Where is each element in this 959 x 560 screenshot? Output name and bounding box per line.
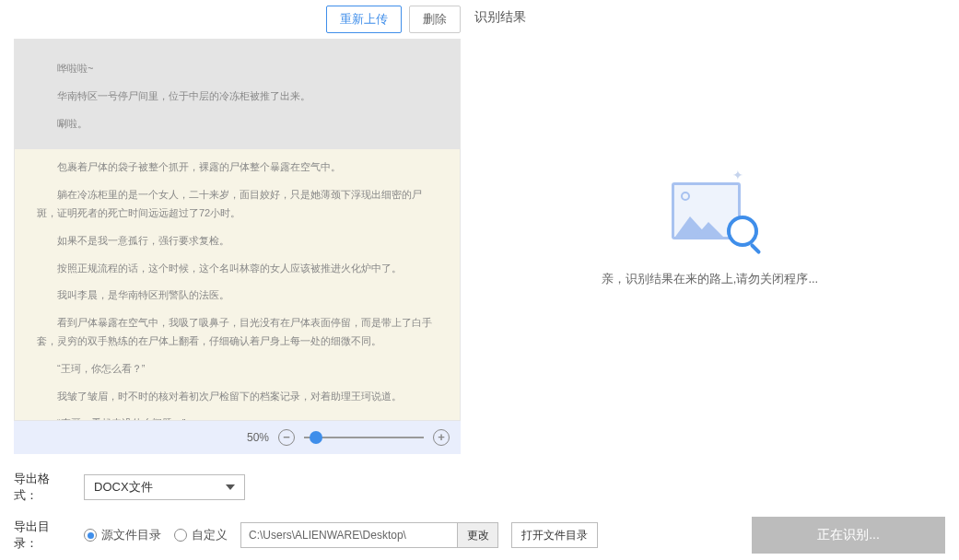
zoom-bar: 50% − + bbox=[14, 421, 461, 454]
result-body: ✦ 亲，识别结果在来的路上,请勿关闭程序... bbox=[474, 44, 945, 413]
right-panel: 识别结果 ✦ 亲，识别结果在来的路上,请勿关闭程序... bbox=[474, 0, 945, 454]
reupload-button[interactable]: 重新上传 bbox=[326, 6, 402, 33]
doc-line: 华南特区一号停尸间里，位于中层的冷冻柜被推了出来。 bbox=[37, 88, 438, 106]
export-format-value: DOCX文件 bbox=[94, 479, 153, 496]
result-message: 亲，识别结果在来的路上,请勿关闭程序... bbox=[602, 271, 818, 287]
doc-line: 唰啦。 bbox=[37, 115, 438, 134]
doc-line: 如果不是我一意孤行，强行要求复检。 bbox=[37, 232, 438, 251]
doc-line: “李哥，看起来没什么问题。” bbox=[37, 414, 438, 421]
radio-custom-dir[interactable]: 自定义 bbox=[174, 527, 228, 543]
left-panel: 重新上传 删除 哗啦啦~华南特区一号停尸间里，位于中层的冷冻柜被推了出来。唰啦。… bbox=[14, 0, 461, 454]
change-path-button[interactable]: 更改 bbox=[457, 523, 497, 547]
doc-line: 我皱了皱眉，时不时的核对着初次尸检留下的档案记录，对着助理王珂说道。 bbox=[37, 388, 438, 406]
delete-button[interactable]: 删除 bbox=[409, 6, 461, 33]
left-toolbar: 重新上传 删除 bbox=[14, 0, 461, 39]
zoom-thumb[interactable] bbox=[310, 431, 322, 444]
export-dir-label: 导出目录： bbox=[14, 519, 71, 552]
doc-line: 我叫李晨，是华南特区刑警队的法医。 bbox=[37, 286, 438, 305]
radio-icon bbox=[84, 529, 97, 542]
chevron-down-icon bbox=[226, 484, 235, 490]
doc-line: 按照正规流程的话，这个时候，这个名叫林蓉的女人应该被推进火化炉中了。 bbox=[37, 260, 438, 278]
export-format-select[interactable]: DOCX文件 bbox=[84, 474, 245, 500]
document-preview: 哗啦啦~华南特区一号停尸间里，位于中层的冷冻柜被推了出来。唰啦。包裹着尸体的袋子… bbox=[14, 39, 461, 421]
zoom-slider[interactable] bbox=[304, 437, 424, 438]
export-format-label: 导出格式： bbox=[14, 471, 71, 504]
radio-icon bbox=[174, 529, 187, 542]
bottom-options: 导出格式： DOCX文件 导出目录： 源文件目录 自定义 更改 打开文件目录 正… bbox=[0, 454, 959, 560]
zoom-percent-label: 50% bbox=[247, 431, 269, 444]
doc-line: 包裹着尸体的袋子被整个抓开，裸露的尸体整个暴露在空气中。 bbox=[37, 158, 438, 177]
zoom-out-button[interactable]: − bbox=[278, 429, 295, 446]
zoom-in-button[interactable]: + bbox=[433, 429, 450, 446]
doc-line: 哗啦啦~ bbox=[37, 60, 438, 78]
doc-line: “王珂，你怎么看？” bbox=[37, 360, 438, 379]
doc-line: 躺在冷冻柜里的是一个女人，二十来岁，面目姣好，只是她薄颈下浮现出细密的尸斑，证明… bbox=[37, 186, 438, 223]
path-input[interactable] bbox=[241, 523, 457, 547]
radio-source-dir[interactable]: 源文件目录 bbox=[84, 527, 161, 543]
result-title: 识别结果 bbox=[474, 9, 945, 26]
doc-line: 看到尸体暴露在空气中，我吸了吸鼻子，目光没有在尸体表面停留，而是带上了白手套，灵… bbox=[37, 314, 438, 351]
recognize-button: 正在识别... bbox=[752, 517, 945, 554]
open-folder-button[interactable]: 打开文件目录 bbox=[511, 522, 598, 548]
placeholder-icon: ✦ bbox=[655, 169, 766, 252]
path-field-wrapper: 更改 bbox=[240, 522, 498, 548]
